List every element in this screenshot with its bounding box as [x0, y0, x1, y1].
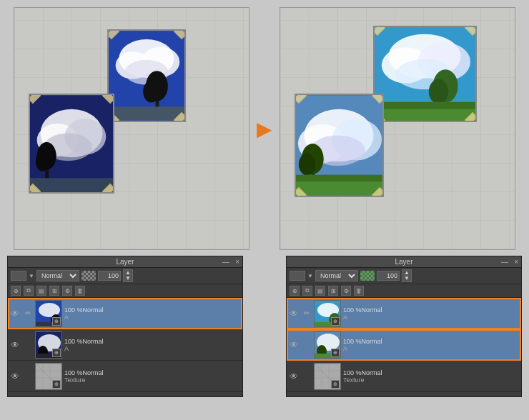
- right-blend-mode-select[interactable]: Normal: [315, 270, 358, 281]
- right-layer-panel-title: Layer — ×: [287, 256, 521, 268]
- right-copy-icon[interactable]: ⧉: [302, 286, 312, 296]
- left-close-button[interactable]: ×: [235, 258, 239, 266]
- bottom-arrow-spacer: [250, 256, 279, 299]
- left-layer-1-pen-icon: ✏: [23, 309, 33, 319]
- right-painting-card-2: [295, 94, 384, 197]
- right-layer-3-eye-icon[interactable]: 👁: [288, 371, 300, 382]
- right-layer-1-type-icon: ⊕: [331, 317, 340, 326]
- right-layer-2-type-icon: ⊕: [331, 349, 340, 357]
- left-chevron-down-icon: ▼: [29, 273, 34, 279]
- left-layer-3-label: 100 %Normal: [64, 369, 241, 376]
- right-layer-2-thumb: ⊕: [314, 331, 341, 359]
- left-layer-2-eye-icon[interactable]: 👁: [9, 339, 21, 351]
- left-panel-title-text: Layer: [116, 258, 134, 266]
- right-panel-title-text: Layer: [395, 258, 412, 266]
- right-layer-2-label: 100 %Normal: [343, 338, 520, 345]
- top-section: ▶: [0, 0, 529, 256]
- left-layer-1-type-icon: ⊕: [52, 317, 61, 326]
- right-new-layer-icon[interactable]: ⊕: [290, 286, 300, 296]
- left-layer-toolbar-1: ▼ Normal ▲▼: [8, 268, 242, 284]
- right-layer-1-name: A: [343, 314, 520, 321]
- right-layer-1-label: 100 %Normal: [343, 306, 520, 314]
- svg-rect-8: [109, 106, 184, 120]
- right-layer-3-type-icon: ⊕: [331, 380, 340, 389]
- left-layer-panel: Layer — × ▼ Normal ▲▼ ⊕ ⧉ ▤ ⊞ ⚙ 🗑: [7, 256, 243, 397]
- svg-point-25: [429, 79, 448, 104]
- right-layer-row-2[interactable]: 👁 ⊕ 100 %Normal A: [287, 329, 521, 361]
- left-layer-2-name: A: [64, 345, 241, 352]
- left-minimize-button[interactable]: —: [222, 258, 229, 266]
- right-layer-toolbar-2: ⊕ ⧉ ▤ ⊞ ⚙ 🗑: [287, 284, 521, 298]
- right-layer-2-pen-icon: [302, 340, 312, 350]
- right-layer-1-info: 100 %Normal A: [343, 306, 520, 321]
- left-settings-icon[interactable]: ⚙: [62, 286, 72, 296]
- right-close-button[interactable]: ×: [514, 258, 518, 266]
- right-layer-1-pen-icon: ✏: [302, 309, 312, 319]
- right-group-icon[interactable]: ▤: [315, 286, 325, 296]
- right-layer-list: 👁 ✏ ⊕ 100 %Normal A: [287, 298, 521, 396]
- left-layer-2-thumb: ⊕: [35, 331, 62, 359]
- left-new-layer-icon[interactable]: ⊕: [11, 286, 21, 296]
- left-opacity-arrows[interactable]: ▲▼: [123, 269, 133, 282]
- right-layer-mode-box: [290, 271, 305, 281]
- right-layer-toolbar-1: ▼ Normal ▲▼: [287, 268, 521, 284]
- svg-rect-27: [375, 102, 475, 109]
- right-layer-1-eye-icon[interactable]: 👁: [288, 308, 300, 319]
- right-painting-card-1: [373, 26, 477, 122]
- right-layer-row-1[interactable]: 👁 ✏ ⊕ 100 %Normal A: [287, 298, 521, 329]
- svg-rect-26: [375, 107, 475, 121]
- left-layer-1-eye-icon[interactable]: 👁: [9, 308, 21, 319]
- left-canvas: [14, 7, 249, 250]
- left-copy-icon[interactable]: ⧉: [24, 286, 34, 296]
- right-delete-icon[interactable]: 🗑: [354, 286, 364, 296]
- left-layer-row-2[interactable]: 👁 ⊕ 100 %Normal A: [8, 329, 242, 361]
- left-painting-card-1: [107, 29, 186, 122]
- right-layer-panel: Layer — × ▼ Normal ▲▼ ⊕ ⧉ ▤ ⊞ ⚙ 🗑: [286, 256, 522, 397]
- arrow-icon: ▶: [257, 118, 272, 140]
- right-layer-2-eye-icon[interactable]: 👁: [288, 339, 300, 351]
- left-layer-1-name: A: [64, 314, 241, 321]
- right-opacity-input[interactable]: [377, 271, 400, 281]
- right-layer-1-thumb: ⊕: [314, 300, 341, 327]
- left-blend-mode-select[interactable]: Normal: [36, 270, 79, 281]
- left-layer-panel-title: Layer — ×: [8, 256, 242, 268]
- left-checker-icon: [81, 271, 96, 281]
- left-layer-toolbar-2: ⊕ ⧉ ▤ ⊞ ⚙ 🗑: [8, 284, 242, 298]
- left-layer-2-type-icon: ⊕: [52, 349, 61, 357]
- svg-point-16: [36, 152, 49, 171]
- right-chevron-down-icon: ▼: [307, 273, 313, 279]
- right-opacity-arrows[interactable]: ▲▼: [402, 269, 412, 282]
- svg-rect-17: [30, 178, 113, 191]
- left-layer-row-3[interactable]: 👁 ⊕: [8, 361, 242, 392]
- left-layer-1-label: 100 %Normal: [64, 306, 241, 314]
- right-layer-3-pen-icon: [302, 371, 312, 381]
- left-layer-row-1[interactable]: 👁 ✏ ⊕ 100 %Normal A: [8, 298, 242, 329]
- left-group-icon[interactable]: ▤: [36, 286, 46, 296]
- left-layer-3-thumb: ⊕: [35, 363, 62, 390]
- left-layer-list: 👁 ✏ ⊕ 100 %Normal A: [8, 298, 242, 396]
- left-layer-1-thumb: ⊕: [35, 300, 62, 327]
- right-canvas: [280, 7, 515, 250]
- bottom-section: Layer — × ▼ Normal ▲▼ ⊕ ⧉ ▤ ⊞ ⚙ 🗑: [0, 256, 529, 420]
- right-layer-3-thumb: ⊕: [314, 363, 341, 390]
- right-merge-icon[interactable]: ⊞: [328, 286, 338, 296]
- left-layer-2-pen-icon: [23, 340, 33, 350]
- left-layer-mode-box: [11, 271, 26, 281]
- right-layer-3-name: Texture: [343, 376, 520, 384]
- right-settings-icon[interactable]: ⚙: [341, 286, 351, 296]
- right-layer-2-info: 100 %Normal A: [343, 338, 520, 352]
- right-layer-row-3[interactable]: 👁 ⊕: [287, 361, 521, 392]
- right-minimize-button[interactable]: —: [501, 258, 508, 266]
- left-layer-3-name: Texture: [64, 376, 241, 384]
- right-layer-2-name: A: [343, 345, 520, 352]
- svg-rect-36: [296, 179, 382, 195]
- left-layer-1-info: 100 %Normal A: [64, 306, 241, 321]
- left-merge-icon[interactable]: ⊞: [49, 286, 59, 296]
- left-layer-3-eye-icon[interactable]: 👁: [9, 371, 21, 382]
- left-painting-card-2: [29, 94, 114, 194]
- left-layer-3-type-icon: ⊕: [52, 380, 61, 389]
- left-layer-3-info: 100 %Normal Texture: [64, 369, 241, 384]
- left-opacity-input[interactable]: [98, 271, 121, 281]
- right-layer-3-info: 100 %Normal Texture: [343, 369, 520, 384]
- left-delete-icon[interactable]: 🗑: [75, 286, 85, 296]
